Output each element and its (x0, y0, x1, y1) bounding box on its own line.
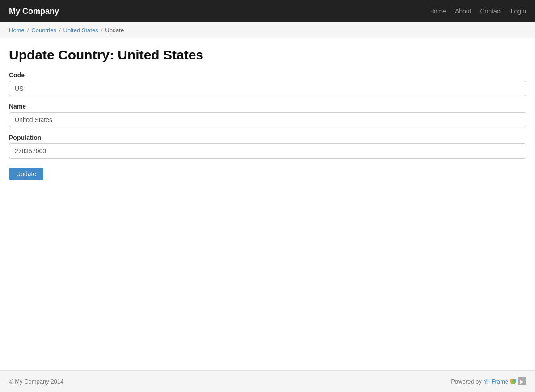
update-button[interactable]: Update (9, 168, 43, 180)
nav-home[interactable]: Home (430, 8, 446, 15)
breadcrumb-home[interactable]: Home (9, 27, 25, 34)
breadcrumb-sep-3: / (101, 27, 103, 34)
nav-about[interactable]: About (455, 8, 472, 15)
population-group: Population (9, 134, 526, 159)
copyright-text: © My Company 2014 (9, 378, 63, 385)
code-label: Code (9, 72, 526, 79)
population-input[interactable] (9, 143, 526, 159)
code-input[interactable] (9, 81, 526, 96)
main-content: Update Country: United States Code Name … (0, 38, 535, 370)
footer: © My Company 2014 Powered by Yii Frame ▶ (0, 370, 535, 392)
brand-link[interactable]: My Company (9, 7, 59, 16)
breadcrumb: Home / Countries / United States / Updat… (9, 27, 526, 34)
name-label: Name (9, 103, 526, 110)
breadcrumb-bar: Home / Countries / United States / Updat… (0, 22, 535, 38)
svg-point-2 (512, 380, 515, 384)
breadcrumb-current: Update (105, 27, 124, 34)
powered-by: Powered by Yii Frame ▶ (451, 377, 526, 385)
name-group: Name (9, 103, 526, 127)
breadcrumb-countries[interactable]: Countries (31, 27, 56, 34)
navbar: My Company Home About Contact Login (0, 0, 535, 22)
nav-contact[interactable]: Contact (480, 8, 501, 15)
yii-logo (510, 378, 516, 384)
breadcrumb-united-states[interactable]: United States (63, 27, 98, 34)
code-group: Code (9, 72, 526, 96)
update-form: Code Name Population Update (9, 72, 526, 180)
population-label: Population (9, 134, 526, 141)
nav-links: Home About Contact Login (430, 8, 526, 15)
breadcrumb-sep-1: / (27, 27, 29, 34)
yii-link[interactable]: Yii Frame (484, 378, 508, 385)
powered-by-text: Powered by (451, 378, 482, 385)
scroll-indicator[interactable]: ▶ (518, 377, 526, 385)
nav-login[interactable]: Login (511, 8, 526, 15)
name-input[interactable] (9, 112, 526, 127)
yii-logo-icon (510, 378, 516, 384)
breadcrumb-sep-2: / (59, 27, 61, 34)
page-title: Update Country: United States (9, 47, 526, 63)
